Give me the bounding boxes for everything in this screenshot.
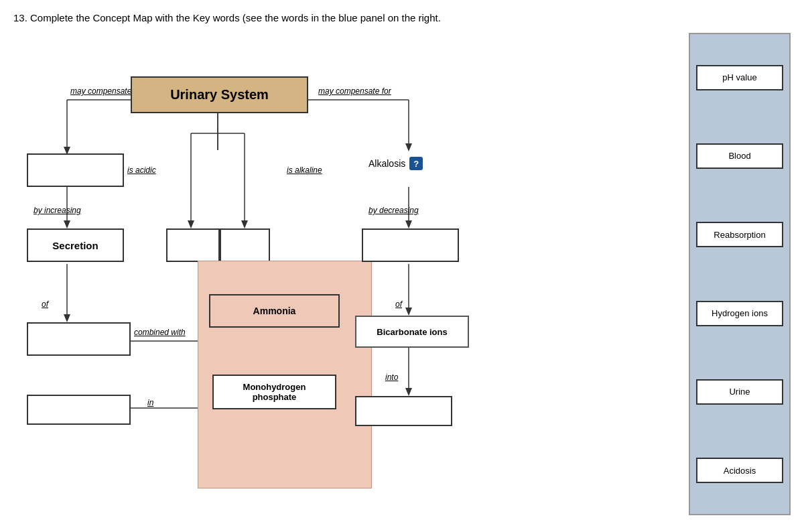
svg-marker-21 (405, 220, 412, 228)
svg-marker-25 (405, 388, 412, 396)
monohydrogen-box: Monohydrogen phosphate (212, 375, 336, 409)
panel-item-reabsorption: Reabsorption (696, 222, 783, 247)
center-left-empty-box (166, 228, 220, 262)
svg-marker-9 (64, 314, 70, 322)
question-badge[interactable]: ? (409, 157, 423, 170)
panel-urine-label: Urine (729, 387, 750, 397)
ammonia-label: Ammonia (253, 306, 296, 316)
concept-map: may compensate for may compensate for Ur… (13, 33, 791, 515)
panel-item-hydrogen: Hydrogen ions (696, 301, 783, 326)
monohydrogen-label: Monohydrogen phosphate (243, 382, 306, 402)
urinary-system-box: Urinary System (131, 76, 308, 113)
panel-ph-label: pH value (722, 72, 756, 82)
bottom-left-empty-box (27, 395, 131, 425)
panel-item-blood: Blood (696, 143, 783, 169)
label-may-compensate-right: may compensate for (318, 86, 391, 96)
bottom-right-empty-box (355, 396, 452, 426)
panel-reabsorption-label: Reabsorption (714, 230, 765, 240)
label-of-right: of (395, 300, 402, 309)
panel-hydrogen-label: Hydrogen ions (712, 308, 768, 318)
svg-marker-23 (405, 308, 412, 316)
secretion-label: Secretion (52, 240, 98, 251)
panel-item-ph: pH value (696, 65, 783, 90)
alkalosis-area: Alkalosis ? (368, 157, 423, 170)
bicarbonate-label: Bicarbonate ions (377, 327, 447, 337)
left-top-empty-box (27, 153, 124, 187)
panel-item-urine: Urine (696, 379, 783, 405)
label-by-increasing: by increasing (34, 206, 81, 215)
right-top-empty-box (362, 228, 459, 262)
label-by-decreasing: by decreasing (368, 206, 419, 215)
arrows-svg (13, 33, 791, 515)
center-right-empty-box (220, 228, 270, 262)
panel-blood-label: Blood (728, 151, 750, 161)
svg-marker-7 (64, 220, 70, 228)
left-bottom-empty-box (27, 322, 131, 356)
panel-acidosis-label: Acidosis (724, 466, 756, 476)
panel-item-acidosis: Acidosis (696, 458, 783, 483)
title-text: Urinary System (170, 87, 269, 103)
label-combined-with: combined with (134, 328, 186, 337)
bicarbonate-box: Bicarbonate ions (355, 316, 469, 348)
label-in: in (147, 398, 153, 407)
label-is-alkaline: is alkaline (287, 165, 322, 175)
label-into: into (385, 373, 398, 382)
label-is-acidic: is acidic (127, 165, 156, 175)
right-panel: pH value Blood Reabsorption Hydrogen ion… (689, 33, 791, 515)
svg-marker-5 (405, 143, 412, 151)
svg-marker-18 (188, 220, 194, 228)
alkalosis-text: Alkalosis (368, 158, 405, 169)
secretion-box: Secretion (27, 228, 124, 262)
label-of-left: of (42, 300, 48, 309)
svg-marker-19 (241, 220, 248, 228)
ammonia-box: Ammonia (209, 294, 340, 328)
instruction-text: 13. Complete the Concept Map with the Ke… (13, 12, 791, 23)
